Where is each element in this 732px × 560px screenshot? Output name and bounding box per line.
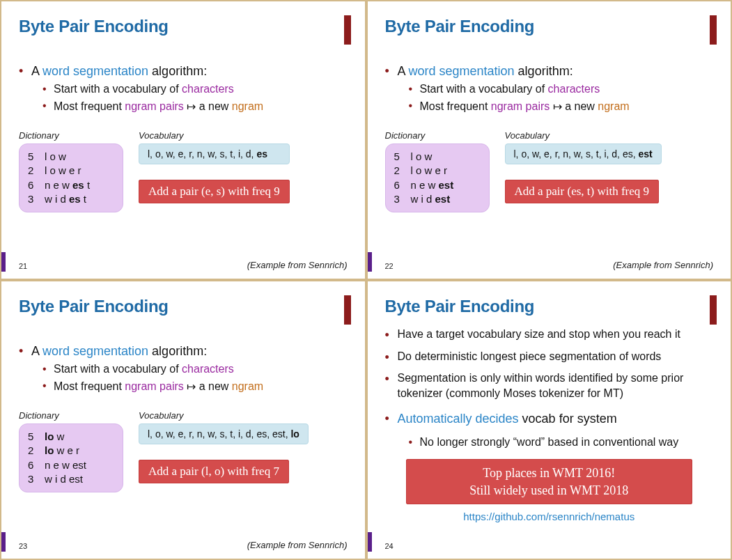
bullet-sub-1: Start with a vocabulary of characters: [398, 83, 714, 95]
accent-bar: [368, 252, 372, 272]
dict-row: 5l o w: [28, 150, 113, 164]
bullet-auto: Automatically decides vocab for system N…: [385, 410, 714, 449]
dictionary-box: 5l o w 2l o w e r 6n e w est 3w i d est: [385, 143, 490, 212]
wmt-box: Top places in WMT 2016! Still widely use…: [406, 459, 693, 504]
dictionary-label: Dictionary: [19, 130, 123, 141]
bullet-lead: A word segmentation algorithm: Start wit…: [19, 64, 348, 113]
dict-row: 2lo w e r: [28, 444, 113, 458]
dict-row: 6n e w est: [28, 458, 113, 472]
dict-row: 5l o w: [394, 150, 479, 164]
note-box: Add a pair (e, s) with freq 9: [139, 180, 290, 203]
bullet-item: Have a target vocabulary size and stop w…: [385, 327, 714, 342]
vocab-col: Vocabulary l, o, w, e, r, n, w, s, t, i,…: [139, 130, 290, 212]
wmt-line-2: Still widely used in WMT 2018: [423, 482, 676, 499]
note-box: Add a pair (l, o) with freq 7: [139, 460, 289, 483]
dict-row: 3w i d es t: [28, 192, 113, 206]
page-number: 24: [385, 542, 394, 550]
dictionary-col: Dictionary 5lo w 2lo w e r 6n e w est 3w…: [19, 410, 123, 492]
nematus-link[interactable]: https://github.com/rsennrich/nematus: [463, 511, 634, 522]
bullet-sub-1: Start with a vocabulary of characters: [31, 83, 348, 95]
dictionary-box: 5lo w 2lo w e r 6n e w est 3w i d est: [19, 423, 123, 492]
vocab-col: Vocabulary l, o, w, e, r, n, w, s, t, i,…: [505, 130, 662, 212]
credit: (Example from Sennrich): [247, 540, 348, 550]
slide-23: Byte Pair Encoding A word segmentation a…: [0, 280, 366, 560]
bullet-lead: A word segmentation algorithm: Start wit…: [385, 64, 714, 113]
bullet-sub-2: Most frequent ngram pairs ↦ a new ngram: [31, 380, 348, 393]
dictionary-col: Dictionary 5l o w 2l o w e r 6n e w est …: [385, 130, 490, 212]
credit: (Example from Sennrich): [613, 260, 713, 270]
bullet-sub-2: Most frequent ngram pairs ↦ a new ngram: [31, 100, 348, 113]
accent-bar: [1, 532, 6, 552]
title-accent: [710, 295, 717, 325]
slide-24: Byte Pair Encoding Have a target vocabul…: [366, 280, 733, 560]
credit: (Example from Sennrich): [247, 260, 348, 270]
note-box: Add a pair (es, t) with freq 9: [505, 180, 660, 203]
dictionary-label: Dictionary: [385, 130, 490, 141]
bullet-sub-1: Start with a vocabulary of characters: [31, 363, 348, 375]
vocab-col: Vocabulary l, o, w, e, r, n, w, s, t, i,…: [139, 410, 309, 492]
bullet-item: Do deterministic longest piece segmentat…: [385, 349, 714, 364]
dictionary-box: 5l o w 2l o w e r 6n e w es t 3w i d es …: [19, 143, 123, 212]
vocab-box: l, o, w, e, r, n, w, s, t, i, d, es, est: [505, 143, 662, 164]
vocab-box: l, o, w, e, r, n, w, s, t, i, d, es: [139, 143, 290, 164]
wmt-line-1: Top places in WMT 2016!: [423, 465, 676, 481]
bullet-auto-sub: No longer strongly “word” based in conve…: [398, 435, 714, 450]
dict-row: 6n e w est: [394, 178, 479, 192]
vocab-label: Vocabulary: [505, 130, 662, 141]
page-number: 23: [19, 542, 27, 550]
dict-row: 5lo w: [28, 430, 113, 444]
slide-title: Byte Pair Encoding: [19, 17, 348, 36]
accent-bar: [368, 532, 372, 552]
accent-bar: [1, 252, 6, 272]
slide-title: Byte Pair Encoding: [19, 297, 348, 316]
title-accent: [344, 295, 351, 325]
dict-row: 2l o w e r: [28, 164, 113, 178]
vocab-label: Vocabulary: [139, 410, 309, 421]
title-accent: [344, 15, 351, 45]
slide-title: Byte Pair Encoding: [385, 17, 714, 36]
page-number: 22: [385, 262, 394, 270]
bullet-sub-2: Most frequent ngram pairs ↦ a new ngram: [398, 100, 714, 113]
dictionary-label: Dictionary: [19, 410, 123, 421]
dict-row: 3w i d est: [28, 472, 113, 486]
title-accent: [710, 15, 717, 45]
bullet-item: Segmentation is only within words identi…: [385, 371, 714, 400]
slide-22: Byte Pair Encoding A word segmentation a…: [366, 0, 733, 280]
dict-row: 6n e w es t: [28, 178, 113, 192]
dict-row: 2l o w e r: [394, 164, 479, 178]
slide-title: Byte Pair Encoding: [385, 297, 714, 316]
dict-row: 3w i d est: [394, 192, 479, 206]
slide-grid: Byte Pair Encoding A word segmentation a…: [0, 0, 732, 560]
vocab-label: Vocabulary: [139, 130, 290, 141]
vocab-box: l, o, w, e, r, n, w, s, t, i, d, es, est…: [139, 423, 309, 444]
page-number: 21: [19, 262, 27, 270]
bullet-lead: A word segmentation algorithm: Start wit…: [19, 344, 348, 393]
slide-21: Byte Pair Encoding A word segmentation a…: [0, 0, 366, 280]
dictionary-col: Dictionary 5l o w 2l o w e r 6n e w es t…: [19, 130, 123, 212]
